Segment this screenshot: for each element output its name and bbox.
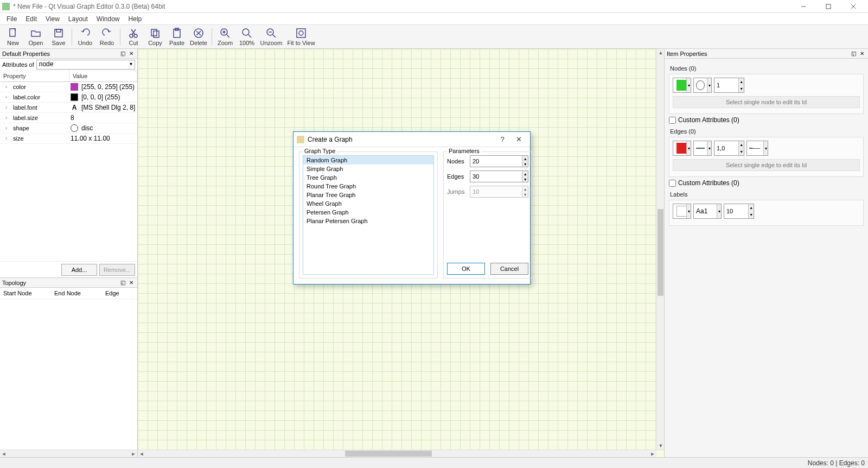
node-custom-attr-checkbox[interactable] — [669, 117, 676, 124]
graph-type-item[interactable]: Simple Graph — [303, 165, 433, 173]
delete-button[interactable]: Delete — [188, 26, 209, 48]
property-row[interactable]: label.fontA[MS Shell Dlg 2, 8] — [0, 103, 137, 113]
panel-close-icon[interactable]: ✕ — [127, 279, 135, 287]
menu-layout[interactable]: Layout — [64, 14, 92, 24]
fit-to-view-button[interactable]: Fit to View — [285, 26, 317, 48]
param-nodes-spinner[interactable]: ▲▼ — [470, 155, 528, 167]
edge-arrow-combo[interactable]: ▾ — [746, 141, 768, 156]
close-button[interactable] — [841, 1, 866, 12]
line-icon — [696, 148, 705, 149]
param-edges-input[interactable] — [470, 171, 522, 182]
label-size-input[interactable] — [724, 204, 748, 218]
chevron-down-icon: ▾ — [686, 141, 691, 155]
graph-type-item[interactable]: Wheel Graph — [303, 199, 433, 208]
minimize-button[interactable] — [791, 1, 816, 12]
label-size-spinner[interactable]: ▲▼ — [724, 204, 754, 219]
canvas-hscroll[interactable]: ◄ ► — [138, 450, 656, 457]
menu-help[interactable]: Help — [124, 14, 146, 24]
save-button[interactable]: Save — [48, 26, 69, 48]
graph-type-listbox[interactable]: Random GraphSimple GraphTree GraphRound … — [303, 155, 434, 275]
paste-button[interactable]: Paste — [167, 26, 187, 48]
spin-down-icon[interactable]: ▼ — [739, 148, 744, 155]
dialog-help-button[interactable]: ? — [494, 134, 510, 145]
panel-float-icon[interactable]: ◱ — [850, 50, 857, 58]
spin-up-icon[interactable]: ▲ — [749, 204, 754, 211]
col-value[interactable]: Value — [69, 71, 137, 81]
spin-down-icon[interactable]: ▼ — [739, 85, 744, 92]
col-end-node[interactable]: End Node — [51, 288, 102, 299]
property-row[interactable]: label.color[0, 0, 0] (255) — [0, 92, 137, 103]
graph-type-item[interactable]: Round Tree Graph — [303, 182, 433, 191]
attributes-of-select[interactable]: node — [36, 60, 135, 69]
spin-down-icon[interactable]: ▼ — [749, 211, 754, 218]
col-start-node[interactable]: Start Node — [0, 288, 51, 299]
param-nodes-input[interactable] — [470, 156, 522, 167]
col-edge[interactable]: Edge — [102, 288, 137, 299]
property-row[interactable]: color[255, 0, 255] (255) — [0, 82, 137, 92]
redo-button[interactable]: Redo — [97, 26, 117, 48]
scroll-left-icon[interactable]: ◄ — [138, 450, 145, 458]
param-edges-spinner[interactable]: ▲▼ — [470, 170, 528, 182]
edge-weight-spinner[interactable]: ▲▼ — [714, 141, 744, 156]
left-hscroll[interactable]: ◄ ► — [0, 450, 137, 457]
menubar: File Edit View Layout Window Help — [0, 13, 868, 25]
panel-float-icon[interactable]: ◱ — [119, 50, 126, 58]
cut-button[interactable]: Cut — [123, 26, 144, 48]
menu-file[interactable]: File — [2, 14, 21, 24]
spin-up-icon[interactable]: ▲ — [522, 156, 528, 161]
hscroll-thumb[interactable] — [345, 451, 432, 457]
cancel-button[interactable]: Cancel — [490, 263, 528, 275]
spin-up-icon[interactable]: ▲ — [739, 78, 744, 85]
graph-type-item[interactable]: Petersen Graph — [303, 208, 433, 217]
dialog-close-button[interactable]: ✕ — [510, 134, 527, 145]
panel-float-icon[interactable]: ◱ — [119, 279, 126, 287]
menu-window[interactable]: Window — [92, 14, 124, 24]
properties-table: color[255, 0, 255] (255)label.color[0, 0… — [0, 82, 137, 261]
new-button[interactable]: New — [3, 26, 23, 48]
edge-weight-input[interactable] — [714, 141, 738, 155]
undo-button[interactable]: Undo — [75, 26, 95, 48]
scroll-right-icon[interactable]: ► — [130, 450, 137, 458]
unzoom-button[interactable]: Unzoom — [258, 26, 284, 48]
edge-color-combo[interactable]: ▾ — [673, 141, 691, 156]
property-row[interactable]: size11.00 x 11.00 — [0, 134, 137, 144]
vscroll-thumb[interactable] — [658, 209, 663, 296]
copy-button[interactable]: Copy — [145, 26, 165, 48]
panel-close-icon[interactable]: ✕ — [858, 50, 866, 58]
graph-type-item[interactable]: Tree Graph — [303, 173, 433, 182]
zoom-button[interactable]: Zoom — [215, 26, 235, 48]
scroll-up-icon[interactable]: ▲ — [657, 49, 665, 56]
property-row[interactable]: label.size8 — [0, 113, 137, 123]
node-width-spinner[interactable]: ▲▼ — [714, 78, 744, 93]
zoom-100-button[interactable]: 100% — [237, 26, 257, 48]
spin-up-icon[interactable]: ▲ — [739, 141, 744, 148]
col-property[interactable]: Property — [0, 71, 69, 81]
label-color-combo[interactable]: ▾ — [673, 204, 691, 219]
node-color-combo[interactable]: ▾ — [673, 78, 691, 93]
scroll-down-icon[interactable]: ▼ — [657, 442, 665, 450]
maximize-button[interactable] — [816, 1, 841, 12]
property-row[interactable]: shapedisc — [0, 123, 137, 134]
edge-line-combo[interactable]: ▾ — [693, 141, 712, 156]
scroll-left-icon[interactable]: ◄ — [0, 450, 8, 458]
graph-type-item[interactable]: Planar Petersen Graph — [303, 217, 433, 225]
edge-custom-attr-checkbox[interactable] — [669, 180, 676, 187]
scroll-right-icon[interactable]: ► — [649, 450, 656, 458]
spin-up-icon[interactable]: ▲ — [522, 171, 528, 176]
graph-type-item[interactable]: Planar Tree Graph — [303, 191, 433, 199]
remove-property-button[interactable]: Remove... — [99, 264, 135, 276]
spin-down-icon[interactable]: ▼ — [522, 161, 528, 167]
spin-down-icon[interactable]: ▼ — [522, 176, 528, 182]
ok-button[interactable]: OK — [447, 263, 485, 275]
open-button[interactable]: Open — [24, 26, 47, 48]
zoom-100-icon — [241, 27, 253, 39]
panel-close-icon[interactable]: ✕ — [127, 50, 135, 58]
add-property-button[interactable]: Add... — [61, 264, 97, 276]
graph-type-item[interactable]: Random Graph — [303, 156, 433, 165]
node-shape-combo[interactable]: ▾ — [693, 78, 712, 93]
label-font-combo[interactable]: Aa1▾ — [693, 204, 722, 219]
menu-view[interactable]: View — [41, 14, 64, 24]
canvas-vscroll[interactable]: ▲ ▼ — [656, 49, 664, 450]
node-width-input[interactable] — [714, 78, 738, 92]
menu-edit[interactable]: Edit — [21, 14, 41, 24]
